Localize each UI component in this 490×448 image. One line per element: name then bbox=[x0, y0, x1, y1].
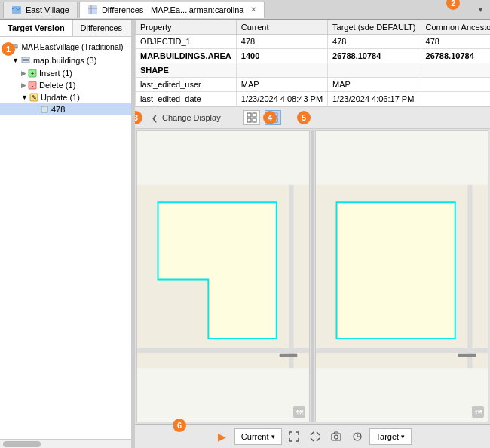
tab-bar: East Village Differences - MAP.Ea...jarm… bbox=[0, 0, 490, 20]
svg-text:+: + bbox=[31, 70, 35, 77]
tab-dropdown[interactable]: ▾ bbox=[479, 5, 487, 14]
tree-item-delete[interactable]: ▶ - Delete (1) bbox=[0, 79, 131, 91]
map-nav-icon-right[interactable]: 🗺 bbox=[471, 405, 485, 419]
tree-item-mapeastvillage[interactable]: ▼ MAP.EastVillage (Traditional) - bbox=[0, 40, 131, 54]
badge-2: 2 bbox=[446, 0, 460, 10]
table-row[interactable]: OBJECTID_1 478 478 478 bbox=[136, 35, 491, 49]
change-display-header: 3 ❮ Change Display 4 5 bbox=[135, 107, 490, 129]
map-splitter[interactable] bbox=[311, 130, 314, 422]
zoom-in-button[interactable] bbox=[306, 428, 324, 446]
svg-rect-8 bbox=[23, 59, 29, 60]
svg-rect-33 bbox=[458, 354, 476, 357]
map-target: 🗺 bbox=[315, 130, 488, 422]
sync-button[interactable] bbox=[348, 428, 366, 446]
zoom-extents-button[interactable] bbox=[285, 428, 303, 446]
svg-rect-9 bbox=[23, 60, 29, 61]
svg-rect-1 bbox=[88, 5, 97, 14]
svg-rect-17 bbox=[247, 113, 251, 117]
map-current-canvas bbox=[137, 131, 309, 422]
cell-ancestor: 478 bbox=[421, 35, 490, 49]
tab-close-button[interactable]: ✕ bbox=[250, 5, 256, 14]
col-target: Target (sde.DEFAULT) bbox=[328, 20, 421, 35]
zoom-icon bbox=[309, 431, 321, 443]
map-icon bbox=[11, 5, 22, 15]
tree-item-478[interactable]: ▶ 478 bbox=[0, 103, 131, 115]
col-current: Current bbox=[236, 20, 327, 35]
map-nav-icon[interactable]: 🗺 bbox=[292, 405, 306, 419]
badge-1: 1 bbox=[2, 42, 15, 56]
tree-label-1: map.buildings (3) bbox=[33, 56, 96, 65]
cell-property: SHAPE bbox=[136, 63, 237, 78]
svg-rect-0 bbox=[12, 6, 21, 14]
cell-current: 1400 bbox=[236, 49, 327, 63]
grid-icon bbox=[247, 112, 257, 123]
tree-label-0: MAP.EastVillage (Traditional) - bbox=[21, 42, 128, 51]
cell-current bbox=[236, 63, 327, 78]
tab-differences-label: Differences - MAP.Ea...jarman:carolina bbox=[102, 5, 244, 14]
panel-tab-target-version[interactable]: Target Version bbox=[0, 20, 73, 36]
cell-property: last_edited_user bbox=[136, 78, 237, 92]
current-dropdown[interactable]: Current ▾ bbox=[234, 428, 282, 445]
tree-item-update[interactable]: ▼ ✎ Update (1) bbox=[0, 91, 131, 103]
tree-item-insert[interactable]: ▶ + Insert (1) bbox=[0, 67, 131, 79]
play-button[interactable]: ▶ bbox=[213, 428, 231, 446]
bottom-toolbar: 6 ▶ Current ▾ bbox=[135, 424, 490, 448]
badge-6: 6 bbox=[173, 419, 186, 432]
delete-icon: - bbox=[28, 81, 37, 90]
tree-label-5: 478 bbox=[51, 105, 65, 114]
cell-ancestor bbox=[421, 63, 490, 78]
change-display-title: Change Display bbox=[162, 113, 221, 122]
tree-label-3: Delete (1) bbox=[39, 81, 75, 90]
cell-target bbox=[328, 63, 421, 78]
tree-item-mapbuildings[interactable]: ▼ map.buildings (3) bbox=[0, 54, 131, 67]
panel-tab-differences[interactable]: Differences bbox=[73, 20, 130, 36]
tree-area: ▼ MAP.EastVillage (Traditional) - ▼ map.… bbox=[0, 37, 131, 439]
svg-rect-36 bbox=[332, 434, 341, 440]
table-row[interactable]: last_edited_user MAP MAP bbox=[136, 78, 491, 92]
svg-rect-20 bbox=[253, 118, 256, 122]
cell-target: 478 bbox=[328, 35, 421, 49]
table-row[interactable]: SHAPE bbox=[136, 63, 491, 78]
cell-property: last_edited_date bbox=[136, 92, 237, 106]
table-header-row: Property Current Target (sde.DEFAULT) Co… bbox=[136, 20, 491, 35]
cell-current: 1/23/2024 4:08:43 PM bbox=[236, 92, 327, 106]
maps-area: 🗺 bbox=[135, 129, 490, 424]
svg-rect-19 bbox=[247, 118, 251, 122]
cell-ancestor bbox=[421, 78, 490, 92]
svg-text:-: - bbox=[32, 82, 34, 89]
tree-arrow-1: ▼ bbox=[12, 57, 19, 64]
target-dropdown-arrow: ▾ bbox=[401, 433, 405, 440]
right-panel: Property Current Target (sde.DEFAULT) Co… bbox=[135, 20, 490, 448]
svg-point-37 bbox=[334, 435, 338, 439]
svg-rect-7 bbox=[22, 57, 29, 63]
svg-text:✎: ✎ bbox=[31, 94, 36, 101]
table-icon bbox=[87, 5, 98, 15]
table-row[interactable]: last_edited_date 1/23/2024 4:08:43 PM 1/… bbox=[136, 92, 491, 106]
map-target-canvas bbox=[316, 131, 488, 422]
cell-target: MAP bbox=[328, 78, 421, 92]
tree-arrow-3: ▶ bbox=[21, 81, 26, 89]
tab-differences[interactable]: Differences - MAP.Ea...jarman:carolina ✕… bbox=[79, 2, 265, 18]
badge-3: 3 bbox=[135, 111, 142, 124]
table-row[interactable]: MAP.BUILDINGS.AREA 1400 26788.10784 2678… bbox=[136, 49, 491, 63]
target-dropdown[interactable]: Target ▾ bbox=[369, 428, 412, 445]
tree-arrow-4: ▼ bbox=[21, 94, 28, 101]
svg-text:🗺: 🗺 bbox=[296, 409, 304, 416]
tree-label-2: Insert (1) bbox=[39, 69, 72, 78]
tab-east-village[interactable]: East Village bbox=[3, 2, 78, 18]
current-dropdown-arrow: ▾ bbox=[271, 433, 275, 440]
badge-5: 5 bbox=[297, 111, 311, 124]
cell-current: MAP bbox=[236, 78, 327, 92]
tab-east-village-label: East Village bbox=[26, 5, 69, 14]
layer-icon bbox=[20, 55, 31, 66]
left-scrollbar[interactable] bbox=[3, 441, 41, 447]
grid-view-button[interactable] bbox=[243, 110, 260, 125]
sync-icon bbox=[351, 431, 363, 443]
col-ancestor: Common Ancestor bbox=[421, 20, 490, 35]
svg-rect-26 bbox=[280, 354, 298, 357]
cell-current: 478 bbox=[236, 35, 327, 49]
change-display-chevron[interactable]: ❮ bbox=[152, 114, 158, 122]
cell-property: OBJECTID_1 bbox=[136, 35, 237, 49]
snapshot-button[interactable] bbox=[327, 428, 345, 446]
svg-rect-32 bbox=[337, 202, 455, 339]
